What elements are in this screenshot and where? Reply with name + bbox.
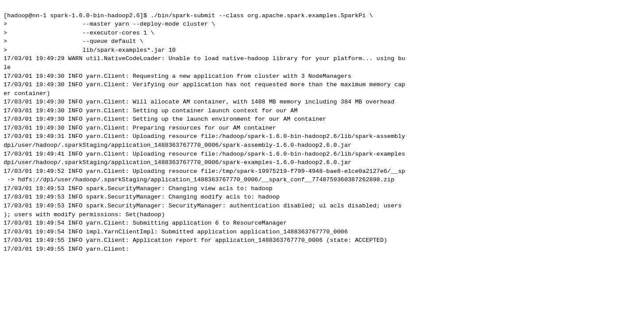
terminal-line: 17/03/01 19:49:30 INFO yarn.Client: Will…: [4, 98, 640, 107]
terminal-line: 17/03/01 19:49:54 INFO yarn.Client: Subm…: [4, 219, 640, 228]
terminal-line: > --master yarn --deploy-mode cluster \: [4, 20, 640, 29]
terminal-line: dpi/user/hadoop/.sparkStaging/applicatio…: [4, 141, 640, 150]
terminal-line: er container): [4, 89, 640, 98]
terminal-output: [hadoop@nn-1 spark-1.6.0-bin-hadoop2.6]$…: [0, 0, 644, 325]
terminal-line: 17/03/01 19:49:55 INFO yarn.Client: Appl…: [4, 236, 640, 245]
terminal-line: 17/03/01 19:49:53 INFO spark.SecurityMan…: [4, 202, 640, 210]
terminal-line: 17/03/01 19:49:30 INFO yarn.Client: Veri…: [4, 80, 640, 89]
terminal-line: > lib/spark-examples*.jar 10: [4, 46, 640, 55]
terminal-line: 17/03/01 19:49:30 INFO yarn.Client: Sett…: [4, 115, 640, 124]
terminal-line: 17/03/01 19:49:41 INFO yarn.Client: Uplo…: [4, 150, 640, 159]
terminal-line: 17/03/01 19:49:52 INFO yarn.Client: Uplo…: [4, 167, 640, 176]
terminal-line: 17/03/01 19:49:31 INFO yarn.Client: Uplo…: [4, 132, 640, 141]
terminal-line: -> hdfs://dpi/user/hadoop/.sparkStaging/…: [4, 176, 640, 184]
terminal-line: [hadoop@nn-1 spark-1.6.0-bin-hadoop2.6]$…: [4, 11, 640, 20]
terminal-line: > --queue default \: [4, 37, 640, 46]
terminal-line: le: [4, 63, 640, 72]
terminal-line: 17/03/01 19:49:29 WARN util.NativeCodeLo…: [4, 54, 640, 63]
terminal-line: 17/03/01 19:49:54 INFO impl.YarnClientIm…: [4, 228, 640, 237]
terminal-line: 17/03/01 19:49:53 INFO spark.SecurityMan…: [4, 184, 640, 193]
terminal-line: 17/03/01 19:49:30 INFO yarn.Client: Requ…: [4, 72, 640, 81]
terminal-line: 17/03/01 19:49:53 INFO spark.SecurityMan…: [4, 193, 640, 202]
terminal-line: dpi/user/hadoop/.sparkStaging/applicatio…: [4, 158, 640, 167]
terminal-line: 17/03/01 19:49:30 INFO yarn.Client: Sett…: [4, 107, 640, 115]
terminal-line: > --executor-cores 1 \: [4, 29, 640, 38]
terminal-line: 17/03/01 19:49:30 INFO yarn.Client: Prep…: [4, 124, 640, 133]
terminal-line: ); users with modify permissions: Set(ha…: [4, 210, 640, 219]
terminal-line: 17/03/01 19:49:55 INFO yarn.Client:: [4, 245, 640, 254]
